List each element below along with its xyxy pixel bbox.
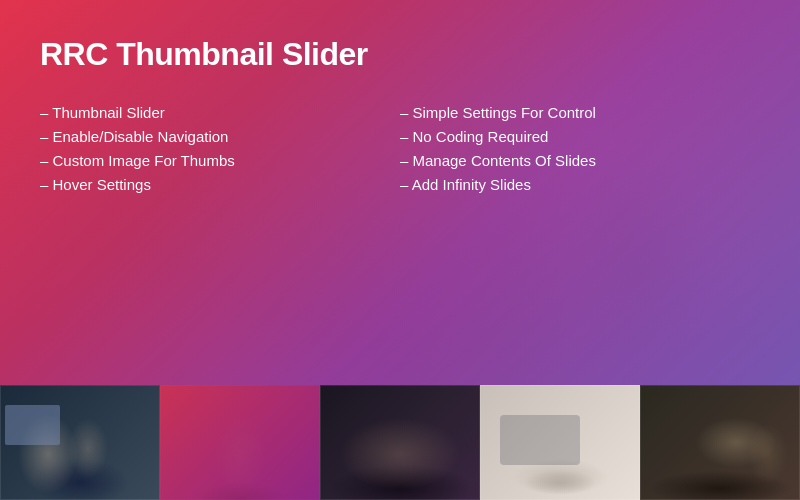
feature-item-3: – Custom Image For Thumbs [40,149,360,173]
thumbnail-4[interactable] [480,385,640,500]
feature-item-7: – Manage Contents Of Slides [400,149,720,173]
thumbnail-3[interactable] [320,385,480,500]
feature-item-8: – Add Infinity Slides [400,173,720,197]
feature-item-2: – Enable/Disable Navigation [40,125,360,149]
thumb-border-5 [640,385,800,500]
hero-title: RRC Thumbnail Slider [40,36,760,73]
features-col-1: – Thumbnail Slider – Enable/Disable Navi… [40,101,360,197]
features-grid: – Thumbnail Slider – Enable/Disable Navi… [40,101,720,197]
feature-item-6: – No Coding Required [400,125,720,149]
thumbnail-1[interactable] [0,385,160,500]
thumb-2-overlay [160,385,320,500]
thumbnail-5[interactable] [640,385,800,500]
feature-item-5: – Simple Settings For Control [400,101,720,125]
thumb-border-3 [320,385,480,500]
features-col-2: – Simple Settings For Control – No Codin… [400,101,720,197]
hero-section: RRC Thumbnail Slider – Thumbnail Slider … [0,0,800,385]
thumb-border-4 [480,385,640,500]
thumb-border-1 [0,385,160,500]
feature-item-1: – Thumbnail Slider [40,101,360,125]
thumbnails-row [0,385,800,500]
thumbnail-2[interactable] [160,385,320,500]
hero-content: RRC Thumbnail Slider – Thumbnail Slider … [0,0,800,217]
feature-item-4: – Hover Settings [40,173,360,197]
